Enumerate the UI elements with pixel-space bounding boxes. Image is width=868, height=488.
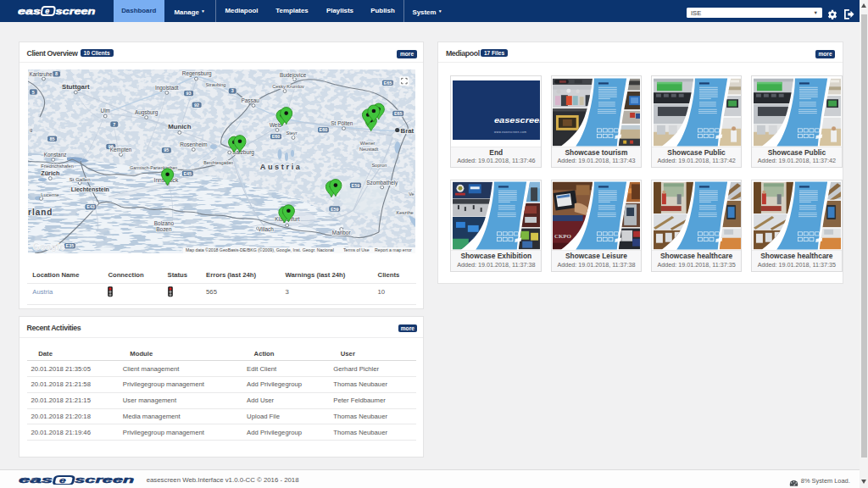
svg-text:E60: E60 [272, 134, 281, 139]
svg-text:E45: E45 [184, 171, 192, 176]
svg-text:rland: rland [28, 208, 53, 217]
svg-text:Steyr: Steyr [287, 130, 298, 136]
svg-text:Bozen: Bozen [157, 226, 173, 232]
svg-text:E35: E35 [66, 243, 75, 248]
svg-text:Ulm: Ulm [101, 108, 110, 114]
svg-text:Bolzano: Bolzano [154, 220, 175, 226]
svg-text:Passau: Passau [242, 97, 260, 103]
svg-text:E43: E43 [87, 205, 96, 210]
svg-text:Augsburg: Augsburg [135, 109, 159, 116]
svg-text:e: e [45, 7, 49, 15]
svg-text:8: 8 [55, 72, 58, 77]
svg-text:e: e [59, 475, 66, 484]
svg-text:E60: E60 [320, 128, 328, 133]
svg-text:E65: E65 [384, 80, 392, 86]
svg-text:E59: E59 [352, 183, 360, 188]
svg-text:Keszthe: Keszthe [397, 210, 414, 215]
svg-text:Villach: Villach [258, 226, 274, 232]
svg-text:E59: E59 [331, 207, 339, 212]
svg-text:E65: E65 [394, 111, 403, 116]
svg-text:Wiener: Wiener [360, 141, 376, 146]
svg-text:Munich: Munich [168, 123, 192, 130]
svg-text:Budejovice: Budejovice [280, 72, 307, 79]
svg-text:Sopron: Sopron [372, 163, 387, 168]
svg-text:Kempten: Kempten [110, 147, 132, 153]
svg-text:screen: screen [75, 474, 134, 485]
svg-text:95: 95 [164, 148, 170, 153]
svg-text:Ve: Ve [409, 191, 415, 197]
svg-text:Cesky Krumlov: Cesky Krumlov [272, 84, 304, 89]
svg-text:Regensburg: Regensburg [182, 70, 212, 77]
svg-text:Szombathely: Szombathely [367, 180, 399, 186]
svg-text:St Pölten: St Pölten [331, 120, 353, 126]
svg-text:easescreen: easescreen [494, 116, 540, 125]
svg-text:Ingolstadt: Ingolstadt [155, 85, 179, 92]
svg-text:Lucerne: Lucerne [41, 192, 59, 197]
svg-text:Karlsruhe: Karlsruhe [30, 71, 53, 77]
svg-text:Straubing: Straubing [206, 82, 226, 87]
svg-text:Stuttgart: Stuttgart [62, 83, 90, 91]
svg-text:Brat: Brat [401, 127, 415, 135]
svg-text:Wels: Wels [270, 122, 281, 128]
svg-text:CKPO: CKPO [554, 233, 572, 239]
svg-text:Zürich: Zürich [42, 169, 60, 177]
svg-text:3: 3 [231, 89, 234, 94]
svg-text:Report a map error: Report a map error [375, 247, 412, 252]
svg-text:g: g [30, 127, 32, 132]
svg-text:www.easescreen.com: www.easescreen.com [494, 130, 526, 133]
svg-text:Konstanz: Konstanz [44, 152, 67, 158]
svg-text:Terms of Use: Terms of Use [343, 247, 370, 252]
svg-text:St Gallen: St Gallen [70, 177, 91, 182]
svg-text:Liechtenstein: Liechtenstein [71, 186, 109, 192]
svg-text:Maribor: Maribor [332, 230, 352, 236]
svg-text:Rosenheim: Rosenheim [180, 141, 207, 147]
svg-text:Neustadt: Neustadt [359, 147, 379, 152]
svg-text:85: 85 [50, 136, 55, 141]
svg-text:7: 7 [114, 122, 116, 127]
svg-text:eas: eas [19, 474, 53, 485]
svg-text:screen: screen [56, 6, 96, 16]
svg-text:Berchtesgaden: Berchtesgaden [204, 160, 234, 165]
svg-text:Map data ©2018 GeoBasis-DE/BKG: Map data ©2018 GeoBasis-DE/BKG (©2009), … [186, 247, 334, 252]
svg-text:93: 93 [186, 91, 192, 96]
svg-text:Austria: Austria [260, 163, 303, 171]
svg-text:5: 5 [32, 90, 35, 95]
svg-text:Friedrichshafen: Friedrichshafen [42, 164, 75, 169]
svg-text:eas: eas [18, 6, 41, 16]
svg-text:92: 92 [194, 103, 199, 108]
svg-text:Google: Google [33, 242, 64, 252]
